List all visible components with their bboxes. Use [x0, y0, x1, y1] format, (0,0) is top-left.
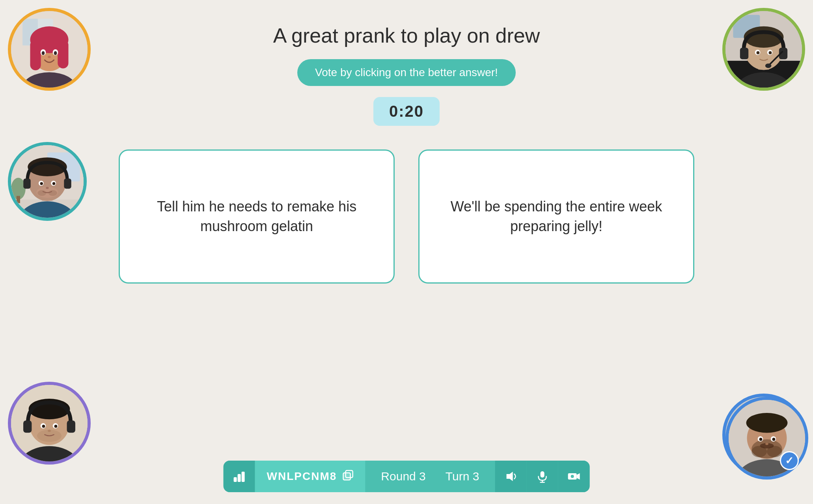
answer-card-2-text: We'll be spending the entire week prepar… — [443, 197, 669, 237]
svg-marker-89 — [576, 473, 580, 480]
toolbar: WNLPCNM8 Round 3 Turn 3 — [224, 461, 590, 492]
answer-card-1[interactable]: Tell him he needs to remake his mushroom… — [119, 149, 395, 284]
answer-card-2[interactable]: We'll be spending the entire week prepar… — [418, 149, 694, 284]
svg-rect-81 — [242, 472, 245, 482]
svg-rect-80 — [238, 474, 241, 482]
toolbar-controls — [495, 461, 589, 492]
camera-button[interactable] — [558, 461, 589, 492]
svg-rect-44 — [64, 179, 71, 189]
svg-point-77 — [772, 438, 776, 441]
svg-rect-8 — [30, 40, 41, 71]
svg-point-76 — [759, 438, 763, 441]
avatar-bottom-right: ✓ — [722, 394, 805, 476]
turn-label: Turn 3 — [446, 470, 479, 483]
avatar-top-right — [722, 8, 805, 91]
svg-marker-84 — [506, 472, 513, 481]
svg-point-14 — [48, 56, 51, 58]
svg-rect-23 — [740, 48, 748, 59]
svg-rect-35 — [17, 196, 20, 203]
svg-point-30 — [769, 51, 772, 54]
toolbar-round-turn: Round 3 Turn 3 — [365, 461, 495, 492]
copy-icon[interactable] — [342, 470, 353, 483]
volume-button[interactable] — [495, 461, 526, 492]
svg-point-69 — [746, 413, 788, 433]
svg-point-61 — [54, 425, 58, 428]
svg-point-90 — [571, 475, 574, 478]
avatar-top-left — [8, 8, 91, 91]
svg-rect-79 — [234, 477, 237, 482]
answer-cards: Tell him he needs to remake his mushroom… — [0, 149, 813, 284]
game-icon-button[interactable] — [224, 461, 255, 492]
svg-point-41 — [37, 190, 46, 196]
avatar-mid-left — [8, 142, 87, 221]
vote-instruction: Vote by clicking on the better answer! — [297, 59, 516, 86]
svg-rect-43 — [23, 179, 30, 189]
svg-rect-85 — [540, 471, 544, 478]
svg-point-12 — [42, 51, 45, 55]
main-content: A great prank to play on drew Vote by cl… — [0, 0, 813, 284]
svg-point-13 — [54, 51, 57, 55]
svg-point-42 — [48, 190, 57, 196]
question-title: A great prank to play on drew — [273, 24, 540, 47]
svg-point-48 — [52, 182, 55, 185]
svg-point-78 — [765, 443, 768, 445]
svg-point-49 — [46, 187, 48, 189]
room-code-text: WNLPCNM8 — [267, 470, 337, 483]
mic-button[interactable] — [526, 461, 558, 492]
svg-point-26 — [765, 63, 772, 68]
svg-point-29 — [757, 51, 760, 54]
svg-rect-9 — [58, 40, 68, 69]
round-label: Round 3 — [381, 470, 425, 483]
svg-rect-56 — [23, 420, 32, 433]
timer: 0:20 — [373, 97, 440, 126]
checkmark-badge: ✓ — [780, 451, 799, 470]
svg-point-47 — [40, 182, 43, 185]
answer-card-1-text: Tell him he needs to remake his mushroom… — [144, 197, 370, 237]
toolbar-room-code: WNLPCNM8 — [255, 461, 365, 492]
avatar-bottom-left — [8, 382, 91, 465]
svg-point-60 — [42, 425, 45, 428]
svg-rect-57 — [67, 420, 75, 433]
svg-rect-83 — [343, 473, 350, 480]
